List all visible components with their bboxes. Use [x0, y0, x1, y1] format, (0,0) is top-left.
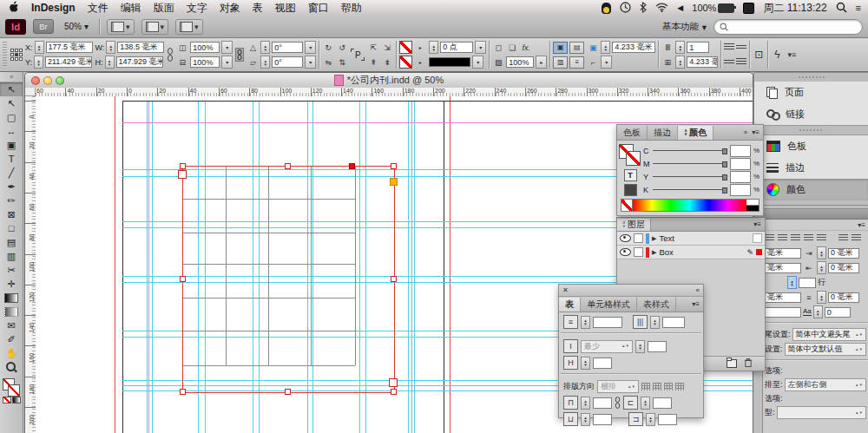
apply-gradient-button[interactable]	[12, 397, 21, 403]
column-guide[interactable]	[148, 101, 149, 433]
cyan-slider[interactable]	[653, 150, 727, 151]
transparency-icon[interactable]: ▨	[492, 56, 504, 68]
scale-y-dropdown[interactable]: ▾	[221, 56, 233, 69]
collapse-icon[interactable]: »	[744, 128, 747, 136]
inset-bottom-field[interactable]	[593, 414, 612, 425]
workspace-switcher[interactable]: 基本功能▾	[662, 21, 707, 33]
menu-object[interactable]: 对象	[220, 1, 240, 16]
dock-item-stroke[interactable]: 描边	[754, 157, 868, 179]
line-tool[interactable]: ╱	[0, 166, 23, 180]
select-next-button[interactable]: ⇟	[381, 56, 393, 68]
selection-handle[interactable]	[180, 389, 186, 395]
align-grid-bottom-icon[interactable]	[664, 383, 673, 390]
none-swatch[interactable]	[621, 200, 633, 211]
selection-proxy-chip[interactable]	[756, 249, 762, 255]
inset-top-field[interactable]	[593, 397, 612, 409]
minimize-window-button[interactable]	[43, 76, 52, 85]
stroke-swatch-none[interactable]	[399, 56, 412, 69]
gap-tool[interactable]: ↔	[0, 124, 23, 138]
horizontal-grid-tool[interactable]: ▤	[0, 235, 23, 249]
align-bottom-icon[interactable]	[724, 60, 734, 64]
stroke-style-swatch[interactable]	[429, 57, 470, 67]
menu-table[interactable]: 表	[253, 1, 263, 16]
tab-swatches[interactable]: 色板	[617, 126, 648, 140]
selection-handle-active[interactable]	[349, 163, 355, 169]
table-columns-stepper[interactable]	[650, 316, 660, 329]
drop-cap-lines-field[interactable]	[765, 307, 801, 318]
gradient-swatch-tool[interactable]	[0, 291, 23, 305]
inset-left-field[interactable]	[653, 397, 672, 409]
menu-type[interactable]: 文字	[187, 1, 207, 16]
opacity-dropdown[interactable]: ▸	[536, 56, 547, 69]
visibility-eye-icon[interactable]	[620, 248, 631, 256]
selection-frame[interactable]	[182, 166, 395, 393]
fit-frame-icon[interactable]: ⊡	[753, 49, 765, 61]
selection-handle[interactable]	[180, 163, 186, 169]
selection-handle[interactable]	[391, 276, 397, 282]
align-away-spine-icon[interactable]	[852, 234, 861, 242]
pencil-tool[interactable]: ✏	[0, 194, 23, 207]
spotlight-icon[interactable]	[836, 2, 847, 15]
arrange-documents-button[interactable]: ▾	[175, 19, 203, 35]
bluetooth-icon[interactable]	[640, 2, 647, 15]
layers-tab[interactable]: ∧∨图层	[617, 219, 651, 231]
wrap-bounding-button[interactable]: ▤	[569, 42, 584, 54]
space-after-field[interactable]: 0 毫米	[828, 292, 859, 303]
inset-right-field[interactable]	[658, 414, 677, 425]
last-line-stepper[interactable]	[817, 261, 826, 274]
inset-link-icon[interactable]	[615, 396, 621, 410]
dock-item-color[interactable]: 颜色	[754, 179, 868, 200]
direction-dropdown[interactable]: 横排▲▼	[597, 380, 639, 393]
qq-icon[interactable]	[602, 3, 611, 14]
corner-radius-stepper[interactable]	[601, 41, 610, 54]
shear-stepper[interactable]	[260, 56, 270, 69]
control-panel-menu-icon[interactable]: ▾≡	[786, 49, 798, 61]
panel-menu-icon[interactable]: ▾≡	[858, 221, 865, 229]
selection-handle[interactable]	[180, 276, 186, 282]
lock-box[interactable]	[634, 233, 643, 243]
row-resize-handle[interactable]	[389, 378, 398, 387]
document-titlebar[interactable]: *公司内刊.indd @ 50%	[25, 73, 753, 89]
magenta-slider[interactable]	[653, 163, 727, 164]
cyan-value-field[interactable]	[730, 145, 751, 157]
stroke-weight-dropdown[interactable]: ▾	[475, 41, 486, 54]
lock-box[interactable]	[634, 247, 643, 257]
menu-app-name[interactable]: InDesign	[31, 2, 76, 14]
content-collector-tool[interactable]: ▣	[0, 138, 23, 152]
selection-tool[interactable]: ↖	[0, 82, 23, 96]
first-line-stepper[interactable]	[817, 246, 826, 259]
timemachine-icon[interactable]	[620, 2, 631, 15]
pen-tool[interactable]: ✒	[0, 180, 23, 194]
gutter-field[interactable]: 4.233 毫	[687, 56, 718, 68]
corner-options-icon[interactable]: ▣	[587, 42, 599, 53]
magenta-value-field[interactable]	[730, 158, 751, 170]
scale-x-dropdown[interactable]: ▾	[221, 41, 233, 54]
notification-center-icon[interactable]: ≡	[856, 3, 861, 13]
right-indent-field[interactable]: 毫米	[765, 263, 801, 273]
row-height-stepper[interactable]	[635, 340, 645, 353]
selection-handle[interactable]	[285, 163, 291, 169]
last-line-indent-field[interactable]: 0 毫米	[828, 263, 859, 273]
columns-stepper[interactable]	[675, 41, 685, 54]
page-tool[interactable]: ▢	[0, 110, 23, 124]
tab-table[interactable]: 表	[559, 298, 581, 312]
menu-view[interactable]: 视图	[275, 1, 296, 16]
space-before-field[interactable]: 毫米	[765, 292, 801, 303]
corner-shape-dropdown[interactable]: ▾	[601, 56, 612, 69]
justify-full-icon[interactable]	[804, 234, 813, 242]
align-center-icon[interactable]	[736, 45, 746, 49]
justify-all-icon[interactable]	[817, 234, 826, 242]
layer-target-box[interactable]	[753, 233, 762, 243]
mojikumi-dropdown[interactable]: 简体中文默认值▲▼	[785, 343, 866, 356]
columns-field[interactable]: 1	[687, 42, 709, 53]
stroke-weight-field[interactable]: 0 点	[440, 42, 473, 53]
menu-layout[interactable]: 版面	[154, 1, 174, 16]
row-height-field[interactable]	[648, 341, 667, 352]
collapse-panel-icon[interactable]: «	[696, 286, 700, 294]
corner-shape-icon[interactable]: ⌐	[587, 56, 599, 68]
close-panel-icon[interactable]: ✕	[562, 286, 569, 294]
tab-cell-styles[interactable]: 单元格样式	[581, 298, 637, 312]
rectangle-frame-tool[interactable]: ⊠	[0, 207, 23, 221]
flip-horizontal-button[interactable]: ⇋	[322, 56, 334, 68]
layer-name[interactable]: Box	[659, 247, 673, 257]
